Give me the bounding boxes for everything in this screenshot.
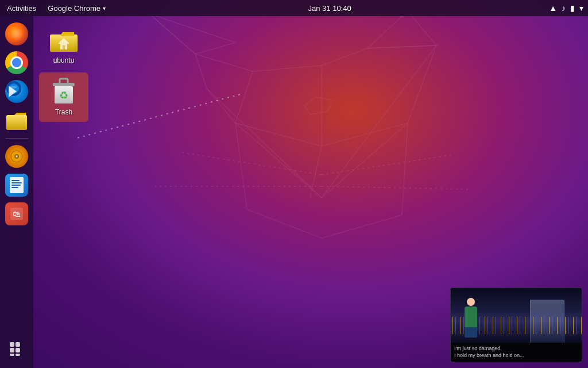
svg-marker-2 xyxy=(149,14,436,146)
svg-marker-0 xyxy=(149,14,235,54)
trash-icon: ♻ xyxy=(50,78,78,106)
libreoffice-icon xyxy=(5,174,28,197)
svg-text:🛍: 🛍 xyxy=(13,209,21,218)
topbar: Activities Google Chrome ▾ Jan 31 10:40 … xyxy=(0,0,588,16)
svg-rect-27 xyxy=(11,180,20,181)
svg-rect-37 xyxy=(10,354,14,356)
system-menu-icon[interactable]: ▾ xyxy=(579,3,583,13)
activities-button[interactable]: Activities xyxy=(0,0,43,16)
chevron-down-icon: ▾ xyxy=(103,5,106,12)
svg-text:♻: ♻ xyxy=(59,90,68,101)
svg-rect-43 xyxy=(63,45,65,49)
appcenter-icon: 🛍 xyxy=(5,202,28,225)
svg-line-13 xyxy=(402,123,408,215)
thunderbird-icon xyxy=(5,80,28,103)
dock: 🛍 xyxy=(0,16,33,368)
svg-rect-33 xyxy=(10,342,14,347)
battery-icon: ▮ xyxy=(570,3,575,13)
trash-label: Trash xyxy=(55,108,72,116)
dock-item-appcenter[interactable]: 🛍 xyxy=(3,201,30,227)
activities-label: Activities xyxy=(7,4,36,13)
media-thumbnail[interactable]: I'm just so damaged, I hold my breath an… xyxy=(450,288,582,362)
svg-line-15 xyxy=(322,215,402,238)
svg-line-12 xyxy=(235,123,247,209)
appgrid-icon xyxy=(9,341,25,359)
svg-line-14 xyxy=(247,209,322,238)
dock-item-appgrid[interactable] xyxy=(3,337,30,363)
topbar-right-area: ▲ ♪ ▮ ▾ xyxy=(549,3,588,13)
svg-marker-11 xyxy=(304,97,333,114)
svg-rect-36 xyxy=(16,348,20,352)
svg-rect-38 xyxy=(16,354,20,356)
files-icon xyxy=(5,109,28,132)
app-name-label: Google Chrome xyxy=(48,4,100,13)
svg-rect-30 xyxy=(11,187,18,188)
home-folder-label: ubuntu xyxy=(53,56,75,64)
dock-item-rhythmbox[interactable] xyxy=(3,143,30,170)
svg-point-20 xyxy=(9,83,19,94)
dock-separator xyxy=(5,138,28,139)
datetime-label: Jan 31 10:40 xyxy=(308,4,351,13)
dock-item-files[interactable] xyxy=(3,107,30,133)
svg-line-6 xyxy=(322,45,436,198)
svg-point-25 xyxy=(16,155,18,158)
svg-rect-28 xyxy=(11,182,22,183)
svg-line-5 xyxy=(207,89,322,198)
svg-point-19 xyxy=(6,81,21,96)
firefox-icon xyxy=(5,22,28,45)
rhythmbox-icon xyxy=(5,145,28,168)
volume-icon: ♪ xyxy=(562,3,566,13)
subtitle-line1: I'm just so damaged, xyxy=(454,345,578,352)
thumbnail-caption: I'm just so damaged, I hold my breath an… xyxy=(451,343,582,362)
svg-line-7 xyxy=(178,152,322,175)
app-menu[interactable]: Google Chrome ▾ xyxy=(43,4,110,13)
dock-item-thunderbird[interactable] xyxy=(3,78,30,105)
desktop-icon-home[interactable]: ubuntu xyxy=(39,21,88,70)
svg-rect-35 xyxy=(10,348,14,352)
svg-rect-34 xyxy=(16,342,20,347)
subtitle-line2: I hold my breath and hold on... xyxy=(454,352,578,359)
svg-rect-44 xyxy=(53,83,75,86)
dock-item-libreoffice[interactable] xyxy=(3,172,30,198)
dock-item-firefox[interactable] xyxy=(3,21,30,47)
svg-marker-1 xyxy=(368,11,436,48)
chrome-icon xyxy=(5,51,28,74)
wifi-icon: ▲ xyxy=(549,3,557,13)
svg-line-10 xyxy=(322,186,471,189)
desktop-icons-area: ubuntu ♻ Trash xyxy=(34,16,149,368)
character-figure xyxy=(462,298,479,338)
thumbnail-content: I'm just so damaged, I hold my breath an… xyxy=(451,288,582,362)
dock-item-chrome[interactable] xyxy=(3,49,30,76)
topbar-clock[interactable]: Jan 31 10:40 xyxy=(110,4,549,13)
thumbnail-scene xyxy=(451,288,582,343)
desktop-icon-trash[interactable]: ♻ Trash xyxy=(39,72,88,122)
home-folder-icon xyxy=(50,26,78,54)
svg-rect-29 xyxy=(11,185,21,186)
svg-line-16 xyxy=(235,71,253,123)
svg-line-18 xyxy=(310,146,322,198)
svg-rect-22 xyxy=(6,115,27,130)
